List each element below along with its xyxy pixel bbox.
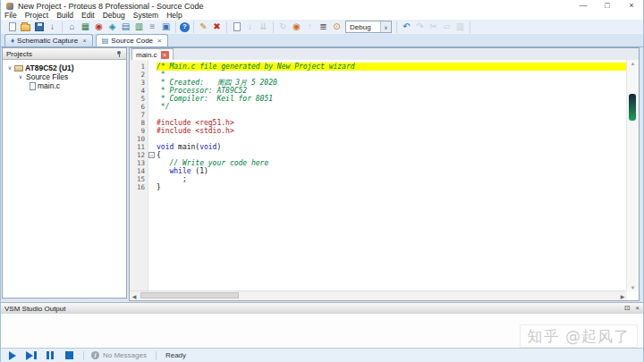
- fold-margin: [148, 103, 157, 111]
- pause-button[interactable]: [47, 351, 55, 359]
- window-title: New Project - Proteus 8 Professional - S…: [18, 2, 204, 11]
- scroll-right-icon[interactable]: ▶: [618, 293, 627, 299]
- open-project-icon[interactable]: [20, 21, 31, 32]
- menu-item-file[interactable]: File: [4, 12, 17, 20]
- fold-margin: [148, 79, 157, 87]
- output-float-icon[interactable]: ⊡: [624, 304, 631, 313]
- import-project-icon[interactable]: ↓: [47, 21, 58, 32]
- watermark-text: 知乎 @起风了: [520, 324, 638, 348]
- menu-item-edit[interactable]: Edit: [81, 12, 95, 20]
- editor-tab-bar: main.c ×: [130, 48, 639, 61]
- source-editor: main.c × 1/* Main.c file generated by Ne…: [129, 47, 640, 301]
- help-icon[interactable]: ?: [180, 22, 190, 32]
- fold-collapse-icon[interactable]: −: [148, 152, 155, 158]
- close-button[interactable]: ×: [627, 1, 636, 11]
- close-source-file-icon[interactable]: ✖: [211, 21, 223, 32]
- source-code-icon[interactable]: ▣: [160, 21, 172, 32]
- horizontal-scrollbar[interactable]: ◀ ▶: [130, 290, 627, 300]
- open-source-file-icon[interactable]: ✎: [198, 21, 209, 32]
- line-number: 9: [130, 127, 148, 135]
- chevron-expanded-icon[interactable]: ∨: [17, 73, 24, 80]
- program-flash-icon[interactable]: ◉: [291, 21, 302, 32]
- maximize-button[interactable]: □: [603, 1, 612, 11]
- tree-item-label: main.c: [38, 81, 60, 90]
- compile-icon[interactable]: ↻: [277, 21, 289, 32]
- bom-icon[interactable]: ▥: [133, 21, 145, 32]
- line-number: 6: [130, 103, 148, 111]
- tree-item-source-files[interactable]: ∨Source Files: [3, 72, 126, 81]
- project-settings-icon[interactable]: ⊙: [331, 21, 343, 32]
- pcb-layout-icon[interactable]: ▦: [80, 21, 91, 32]
- undo-icon[interactable]: ↶: [401, 21, 412, 32]
- line-number: 3: [130, 79, 148, 87]
- step-button[interactable]: [26, 351, 37, 360]
- simulation-icon[interactable]: ≡: [147, 21, 158, 32]
- code-line: 13 // Write your code here: [130, 159, 627, 167]
- new-project-icon[interactable]: [6, 21, 18, 32]
- tab-close-icon[interactable]: ×: [82, 38, 87, 45]
- new-source-file-icon[interactable]: [231, 21, 242, 32]
- code-line: 3 * Created: 周四 3月 5 2020: [130, 79, 627, 87]
- memory-view-icon[interactable]: ≣: [318, 21, 329, 32]
- design-explorer-icon[interactable]: ▤: [120, 21, 131, 32]
- hscroll-thumb[interactable]: [140, 292, 239, 299]
- tree-item-at89c52-u1-[interactable]: ∨AT89C52 (U1): [3, 63, 126, 72]
- save-project-icon[interactable]: [33, 21, 45, 32]
- debug-mode-label: Debug: [346, 23, 380, 31]
- save-source-file-icon[interactable]: ↓: [244, 21, 256, 32]
- vscroll-thumb[interactable]: [629, 94, 636, 121]
- upload-icon[interactable]: ↑: [304, 21, 316, 32]
- menu-item-system[interactable]: System: [133, 12, 158, 20]
- main-area: Projects ∨AT89C52 (U1)∨Source Filesmain.…: [1, 47, 643, 302]
- tab-source-code[interactable]: ▤Source Code×: [96, 34, 168, 46]
- fold-margin: −: [148, 151, 157, 159]
- menu-item-help[interactable]: Help: [166, 12, 182, 20]
- schematic-capture-tab-icon: ♦: [11, 38, 14, 45]
- 3d-viewer-icon[interactable]: ◉: [93, 21, 105, 32]
- output-panel-header: VSM Studio Output ⊡ ×: [1, 302, 643, 315]
- tab-close-icon[interactable]: ×: [157, 38, 162, 45]
- save-all-files-icon[interactable]: ⇊: [258, 21, 269, 32]
- projects-panel-title: Projects: [6, 50, 115, 58]
- minimize-button[interactable]: —: [579, 1, 588, 11]
- line-number: 10: [130, 135, 148, 143]
- code-line: 6 */: [130, 103, 627, 111]
- scroll-down-icon[interactable]: ▼: [627, 285, 639, 290]
- window-controls: —□×: [579, 1, 636, 11]
- scroll-up-icon[interactable]: ▲: [627, 61, 639, 66]
- no-messages-button[interactable]: i No Messages: [91, 351, 147, 359]
- menu-item-build[interactable]: Build: [56, 12, 73, 20]
- line-number: 16: [130, 183, 148, 191]
- play-button[interactable]: [9, 351, 16, 360]
- code-line: 5 * Compiler: Keil for 8051: [130, 95, 627, 103]
- code-line: 12−{: [130, 151, 627, 159]
- code-line-text: // Write your code here: [157, 159, 627, 167]
- editor-tab-main-c[interactable]: main.c ×: [131, 48, 174, 60]
- chevron-expanded-icon[interactable]: ∨: [6, 64, 13, 72]
- code-line-text: */: [157, 103, 627, 111]
- schematic-capture-icon[interactable]: ⌂: [66, 21, 78, 32]
- menu-item-project[interactable]: Project: [25, 12, 48, 20]
- code-line-text: #include <stdio.h>: [157, 127, 627, 135]
- vertical-scrollbar[interactable]: ▲ ▼: [626, 60, 639, 291]
- debug-mode-select[interactable]: Debug∨: [345, 21, 392, 33]
- gerber-viewer-icon[interactable]: ◈: [106, 21, 118, 32]
- redo-icon[interactable]: ↷: [414, 21, 426, 32]
- fold-margin: [148, 119, 157, 127]
- pin-icon[interactable]: [115, 50, 123, 58]
- tree-item-main-c[interactable]: main.c: [3, 81, 126, 90]
- line-number: 11: [130, 143, 148, 151]
- paste-icon[interactable]: ▥: [454, 21, 466, 32]
- menu-item-debug[interactable]: Debug: [103, 12, 125, 20]
- scroll-left-icon[interactable]: ◀: [130, 293, 139, 299]
- code-area[interactable]: 1/* Main.c file generated by New Project…: [130, 60, 627, 291]
- stop-button[interactable]: [65, 351, 73, 359]
- chevron-down-icon[interactable]: ∨: [380, 21, 391, 32]
- folder-icon: [14, 65, 23, 72]
- output-close-icon[interactable]: ×: [635, 304, 640, 313]
- tab-schematic-capture[interactable]: ♦Schematic Capture×: [4, 34, 93, 46]
- cut-icon[interactable]: ✂: [428, 21, 439, 32]
- code-line-text: {: [157, 151, 627, 159]
- copy-icon[interactable]: ▱: [441, 21, 453, 32]
- editor-tab-close-icon[interactable]: ×: [161, 51, 169, 59]
